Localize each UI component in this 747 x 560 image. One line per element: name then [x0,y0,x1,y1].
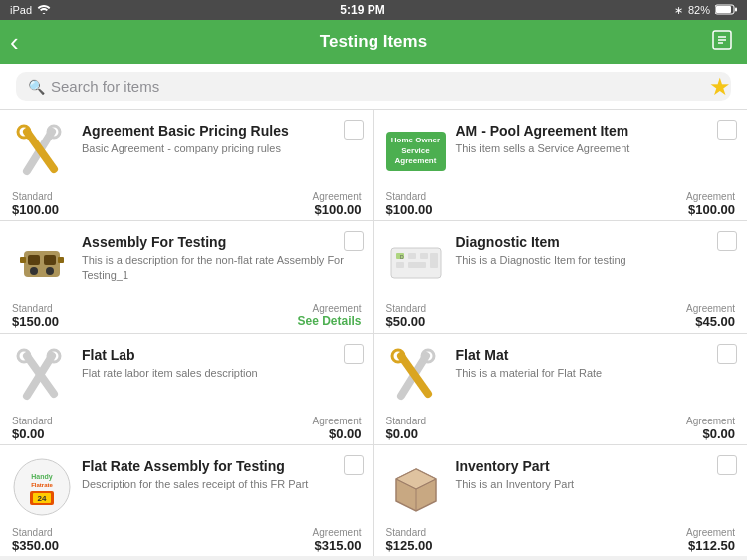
item-checkbox[interactable] [344,455,364,475]
agreement-label: Agreement [313,191,362,202]
svg-rect-24 [430,253,438,268]
wifi-icon [37,4,51,16]
svg-point-16 [30,267,38,275]
item-image: Home OwnerService Agreement [386,122,446,181]
status-right: ∗ 82% [674,4,737,17]
svg-rect-13 [44,255,56,265]
nav-bar: ‹ Testing Items [0,20,747,64]
service-agreement-badge: Home OwnerService Agreement [386,132,446,170]
list-item: Inventory Part This is an Inventory Part… [374,445,748,556]
item-image [12,346,72,406]
svg-point-17 [46,267,54,275]
battery-icon [715,4,737,17]
item-name: AM - Pool Agreement Item [456,122,736,140]
item-description: Basic Agreement - company pricing rules [82,141,362,155]
agreement-price: $0.00 [313,426,362,441]
item-image [12,122,72,181]
svg-rect-22 [408,262,426,268]
status-time: 5:19 PM [340,3,384,17]
item-image: D [386,233,446,293]
standard-label: Standard [12,191,59,202]
item-description: This is an Inventory Part [456,477,736,491]
item-name: Flat Lab [82,346,362,364]
svg-text:Flatrate: Flatrate [31,482,53,488]
agreement-price: $45.00 [686,314,735,329]
standard-price: $100.00 [386,202,433,217]
standard-price: $50.00 [386,314,427,329]
standard-price: $0.00 [12,426,53,441]
back-button[interactable]: ‹ [10,29,19,55]
standard-label: Standard [386,527,433,538]
svg-text:D: D [400,254,404,260]
item-checkbox[interactable] [717,120,737,140]
list-item: Handy Flatrate 24 Flat Rate Assembly for… [0,445,374,556]
svg-rect-23 [396,262,404,268]
export-icon[interactable] [711,29,733,56]
item-name: Flat Rate Assembly for Testing [82,457,362,475]
standard-label: Standard [12,416,53,426]
item-image [12,233,72,293]
list-item: Home OwnerService Agreement AM - Pool Ag… [374,110,748,220]
agreement-label: Agreement [686,303,735,314]
item-checkbox[interactable] [717,455,737,475]
item-name: Agreement Basic Pricing Rules [82,122,362,140]
item-image: Handy Flatrate 24 [12,457,72,517]
list-item: D Diagnostic Item This is a Diagnostic I… [374,221,748,332]
item-image [386,346,446,406]
favorites-star-icon[interactable]: ★ [709,73,731,101]
search-icon: 🔍 [28,79,45,95]
agreement-price: $0.00 [686,426,735,441]
list-item: Flat Mat This is a material for Flat Rat… [374,334,748,444]
standard-price: $150.00 [12,314,59,329]
item-image [386,457,446,517]
standard-label: Standard [12,303,59,314]
agreement-price: See Details [297,314,361,328]
standard-label: Standard [12,527,59,538]
agreement-price: $112.50 [686,538,735,553]
item-checkbox[interactable] [717,344,737,364]
standard-label: Standard [386,191,433,202]
bluetooth-icon: ∗ [674,4,683,17]
standard-price: $100.00 [12,202,59,217]
search-bar: 🔍 Search for items ★ [0,64,747,110]
item-description: This is a material for Flat Rate [456,366,736,380]
search-placeholder: Search for items [51,78,159,95]
standard-price: $125.00 [386,538,433,553]
svg-rect-12 [28,255,40,265]
svg-rect-2 [735,7,737,11]
item-description: Description for the sales receipt of thi… [82,477,362,491]
ipad-label: iPad [10,4,32,16]
nav-title: Testing Items [320,32,427,52]
status-left: iPad [10,4,51,16]
item-checkbox[interactable] [344,120,364,140]
item-checkbox[interactable] [344,344,364,364]
svg-rect-15 [58,257,64,263]
battery-percent: 82% [688,4,710,16]
item-description: Flat rate labor item sales description [82,366,362,380]
agreement-label: Agreement [686,416,735,426]
svg-rect-1 [716,6,731,13]
agreement-label: Agreement [686,527,735,538]
agreement-price: $315.00 [313,538,362,553]
svg-rect-20 [408,253,416,259]
agreement-label: Agreement [313,416,362,426]
agreement-label: Agreement [313,527,362,538]
svg-rect-21 [420,253,428,259]
items-grid: Agreement Basic Pricing Rules Basic Agre… [0,110,747,556]
item-checkbox[interactable] [717,231,737,251]
agreement-label: Agreement [686,191,735,202]
agreement-price: $100.00 [313,202,362,217]
item-checkbox[interactable] [344,231,364,251]
item-description: This is a description for the non-flat r… [82,253,362,282]
search-input-wrapper[interactable]: 🔍 Search for items [16,72,731,101]
back-icon: ‹ [10,29,19,55]
list-item: Flat Lab Flat rate labor item sales desc… [0,334,374,444]
item-description: This item sells a Service Agreement [456,141,736,155]
item-name: Assembly For Testing [82,233,362,251]
item-name: Inventory Part [456,457,736,475]
item-name: Flat Mat [456,346,736,364]
svg-rect-14 [20,257,26,263]
item-name: Diagnostic Item [456,233,736,251]
standard-label: Standard [386,303,427,314]
standard-price: $350.00 [12,538,59,553]
